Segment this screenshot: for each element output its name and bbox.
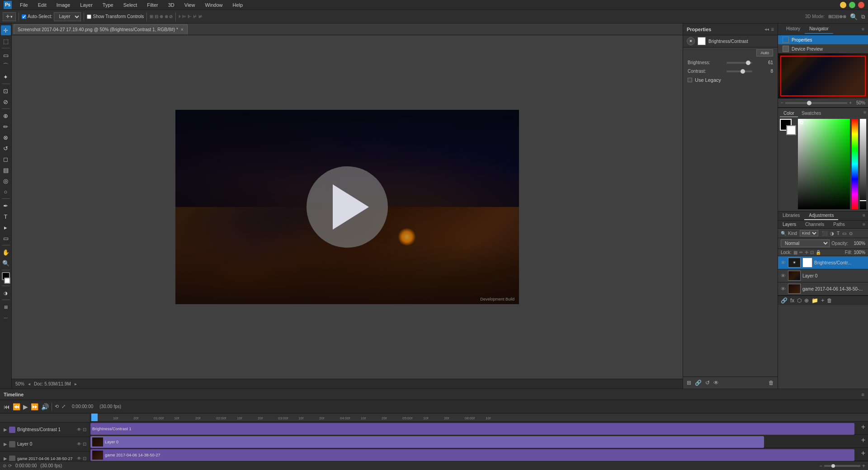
gradient-tool[interactable]: ▤ <box>1 165 11 175</box>
lock-all-icon[interactable]: 🔒 <box>816 250 821 255</box>
menu-type[interactable]: Type <box>101 1 115 9</box>
close-button[interactable] <box>858 2 864 8</box>
canvas-container[interactable]: Development Build <box>12 35 683 379</box>
timeline-tracks-area[interactable]: 10f 20f 01:00f 10f 20f 02:00f 10f 20f 03… <box>90 414 868 461</box>
auto-button[interactable]: Auto <box>756 49 773 56</box>
tab-channels[interactable]: Channels <box>801 221 829 228</box>
menu-help[interactable]: Help <box>231 1 245 9</box>
contrast-slider-track[interactable] <box>726 70 752 72</box>
tab-color[interactable]: Color <box>780 110 798 117</box>
layer-effects-icon[interactable]: fx <box>790 297 794 304</box>
tl-scroll-icon[interactable]: ⟳ <box>8 463 12 468</box>
navigator-preview[interactable] <box>778 53 868 99</box>
brush-tool[interactable]: ✏ <box>1 122 11 132</box>
tl-track-settings-1[interactable]: ⊡ <box>83 442 86 446</box>
filter-type-icon[interactable]: T <box>837 231 840 236</box>
menu-layer[interactable]: Layer <box>78 1 94 9</box>
filter-shape-icon[interactable]: ▭ <box>842 231 846 236</box>
tl-track-expand-0[interactable]: ▶ <box>4 427 7 432</box>
tl-add-track-0[interactable]: + <box>861 423 865 431</box>
screen-mode-btn[interactable]: ⊞ <box>1 302 11 312</box>
tl-track-eye-1[interactable]: 👁 <box>77 442 81 446</box>
transform-controls-checkbox[interactable]: Show Transform Controls <box>87 14 144 19</box>
filter-pixel-icon[interactable]: ⬛ <box>822 231 827 236</box>
close-tab-button[interactable]: × <box>181 27 184 32</box>
tl-step-back-btn[interactable]: ⏪ <box>13 403 20 410</box>
tl-track-label-2[interactable]: ▶ game 2017-04-06 14-38-50-27 👁 ⊡ <box>0 451 90 461</box>
prop-icon-view[interactable]: 👁 <box>713 380 719 386</box>
tl-zoom-in-btn[interactable]: + <box>862 463 865 469</box>
filter-type-dropdown[interactable]: Kind <box>800 230 818 236</box>
zoom-slider[interactable] <box>785 102 847 104</box>
layers-menu-icon[interactable]: ≡ <box>860 221 868 228</box>
minimize-button[interactable] <box>840 2 846 8</box>
layer-row-game-video[interactable]: 👁 game 2017-04-06 14-38-50-... <box>778 282 868 296</box>
layer-delete-icon[interactable]: 🗑 <box>827 297 832 304</box>
tab-navigator[interactable]: Navigator <box>805 24 833 34</box>
prop-icon-delete[interactable]: 🗑 <box>769 380 774 386</box>
menu-filter[interactable]: Filter <box>145 1 160 9</box>
maximize-button[interactable] <box>849 2 855 8</box>
tl-audio-btn[interactable]: 🔊 <box>41 403 49 410</box>
use-legacy-checkbox[interactable] <box>688 78 692 82</box>
tl-track-eye-2[interactable]: 👁 <box>77 456 81 461</box>
tl-clip-0[interactable]: Brightness/Contrast 1 <box>90 423 854 435</box>
layer-visibility-eye-1[interactable]: 👁 <box>781 273 786 278</box>
color-picker-gradient[interactable] <box>798 119 850 209</box>
layer-visibility-eye-0[interactable]: 👁 <box>781 260 786 265</box>
tl-track-expand-2[interactable]: ▶ <box>4 456 7 461</box>
tl-add-track-1[interactable]: + <box>861 436 865 444</box>
color-panel-menu[interactable]: ≡ <box>863 110 866 117</box>
menu-3d[interactable]: 3D <box>166 1 176 9</box>
quick-mask-btn[interactable]: ◑ <box>1 288 11 298</box>
hand-tool[interactable]: ✋ <box>1 247 11 257</box>
tab-libraries[interactable]: Libraries <box>778 212 804 220</box>
filter-smart-icon[interactable]: ⊙ <box>849 231 853 236</box>
move-tool[interactable]: ✛ <box>1 25 11 35</box>
tab-paths[interactable]: Paths <box>829 221 849 228</box>
history-item-properties[interactable]: Properties <box>778 35 868 44</box>
search-icon[interactable]: 🔍 <box>850 13 858 20</box>
zoom-out-icon[interactable]: − <box>781 100 783 105</box>
status-arrow-right[interactable]: ▸ <box>75 381 77 386</box>
eraser-tool[interactable]: ◻ <box>1 154 11 164</box>
brightness-slider-thumb[interactable] <box>746 61 750 65</box>
auto-select-dropdown[interactable]: Layer <box>54 12 81 21</box>
stamp-tool[interactable]: ⊗ <box>1 132 11 142</box>
artboard-tool[interactable]: ⬚ <box>1 36 11 46</box>
status-arrow-left[interactable]: ◂ <box>28 381 30 386</box>
tl-zoom-out-btn[interactable]: − <box>819 463 822 469</box>
tl-track-expand-1[interactable]: ▶ <box>4 442 7 446</box>
menu-view[interactable]: View <box>183 1 197 9</box>
zoom-slider-thumb[interactable] <box>807 101 811 105</box>
menu-file[interactable]: File <box>18 1 30 9</box>
layer-link-icon[interactable]: 🔗 <box>781 297 788 304</box>
type-tool[interactable]: T <box>1 212 11 221</box>
panel-menu-icon[interactable]: ≡ <box>771 26 774 33</box>
tab-history[interactable]: History <box>782 24 805 34</box>
document-tab[interactable]: Screenshot 2017-04-27 17.19.40.png @ 50%… <box>14 24 188 34</box>
tl-clip-2[interactable]: game 2017-04-06 14-38-50-27 <box>90 449 854 461</box>
tab-swatches[interactable]: Swatches <box>798 110 825 117</box>
pen-tool[interactable]: ✒ <box>1 201 11 211</box>
prop-icon-link[interactable]: 🔗 <box>695 380 702 386</box>
tl-clip-1[interactable]: Layer 0 <box>90 436 764 448</box>
tl-zoom-slider[interactable] <box>824 465 860 467</box>
layer-group-icon[interactable]: 📁 <box>811 297 818 304</box>
tl-zoom-slider-thumb[interactable] <box>831 464 835 468</box>
prop-icon-refresh[interactable]: ↺ <box>705 380 710 386</box>
layer-adjustment-icon[interactable]: ⊕ <box>804 297 809 304</box>
tab-adjustments[interactable]: Adjustments <box>804 212 838 220</box>
marquee-tool[interactable]: ▭ <box>1 50 11 60</box>
history-item-device-preview[interactable]: Device Preview <box>778 44 868 53</box>
lock-artboard-icon[interactable]: ⊡ <box>810 250 814 255</box>
eyedropper-tool[interactable]: ⊘ <box>1 97 11 107</box>
layer-mask-icon[interactable]: ⬡ <box>797 297 802 304</box>
lasso-tool[interactable]: ⌒ <box>1 61 11 71</box>
crop-tool[interactable]: ⊡ <box>1 86 11 96</box>
lock-transparency-icon[interactable]: ▦ <box>793 250 797 255</box>
auto-select-checkbox[interactable]: Auto-Select: <box>22 14 52 19</box>
tl-skip-start-btn[interactable]: ⏮ <box>4 403 10 410</box>
menu-edit[interactable]: Edit <box>36 1 48 9</box>
tl-play-btn[interactable]: ▶ <box>23 403 28 410</box>
